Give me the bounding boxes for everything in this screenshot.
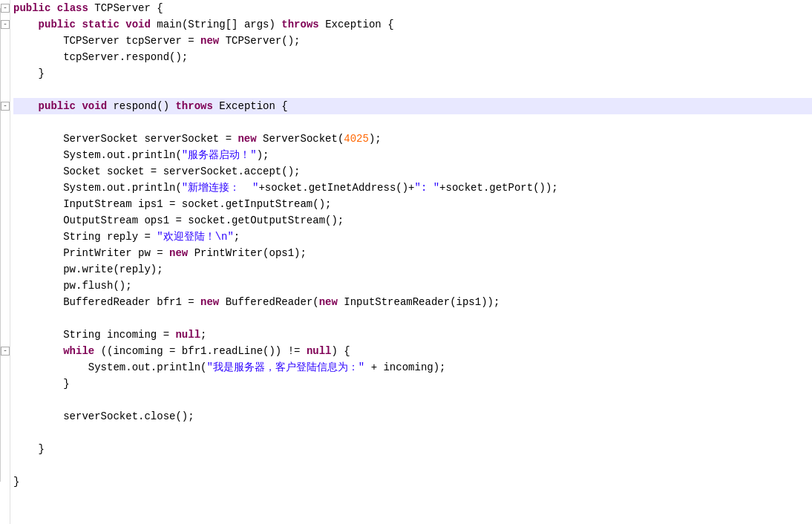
code-token xyxy=(76,98,82,114)
code-line: String reply = "欢迎登陆！\n"; xyxy=(13,229,812,245)
code-token: TCPServer tcpServer = xyxy=(13,33,200,49)
code-token: new xyxy=(319,294,338,310)
fold-marker[interactable]: - xyxy=(1,102,10,111)
code-token: throws xyxy=(281,16,318,33)
code-token: respond() xyxy=(107,98,175,114)
fold-marker[interactable]: - xyxy=(1,347,10,356)
code-token: ServerSocket( xyxy=(257,131,344,147)
code-editor: ---- public class TCPServer { public sta… xyxy=(0,0,812,524)
vertical-line xyxy=(0,351,1,384)
code-token: 4025 xyxy=(344,131,369,147)
code-token: TCPServer { xyxy=(88,0,163,16)
code-token: "新增连接： " xyxy=(182,180,259,196)
code-token: new xyxy=(200,33,219,49)
code-token: "我是服务器，客户登陆信息为：" xyxy=(206,359,364,376)
code-token: ) { xyxy=(332,343,350,359)
code-line: ServerSocket serverSocket = new ServerSo… xyxy=(13,131,812,147)
code-token: new xyxy=(238,131,256,147)
code-token: BufferedReader( xyxy=(219,294,318,310)
code-line: TCPServer tcpServer = new TCPServer(); xyxy=(13,33,812,49)
code-token: + incoming); xyxy=(364,359,445,376)
code-token: serverSocket.close(); xyxy=(13,408,194,425)
code-line: String incoming = null; xyxy=(13,327,812,343)
code-line: System.out.println("服务器启动！"); xyxy=(13,147,812,163)
code-token: String reply = xyxy=(13,229,157,245)
code-line: while ((incoming = bfr1.readLine()) != n… xyxy=(13,343,812,359)
code-line: pw.flush(); xyxy=(13,278,812,294)
code-token: while xyxy=(63,343,94,359)
code-line: public class TCPServer { xyxy=(13,0,812,16)
code-line: InputStream ips1 = socket.getInputStream… xyxy=(13,196,812,212)
code-content[interactable]: public class TCPServer { public static v… xyxy=(10,0,812,524)
code-line: PrintWriter pw = new PrintWriter(ops1); xyxy=(13,245,812,261)
code-token: ); xyxy=(369,131,382,147)
code-token: "欢迎登陆！\n" xyxy=(157,229,234,245)
code-token: new xyxy=(169,245,188,261)
code-line: Socket socket = serverSocket.accept(); xyxy=(13,163,812,180)
code-token: ; xyxy=(234,229,240,245)
fold-marker[interactable]: - xyxy=(1,4,10,13)
code-line: } xyxy=(13,441,812,457)
code-token: } xyxy=(13,376,70,392)
code-token: +socket.getPort()); xyxy=(439,180,558,196)
code-line xyxy=(13,425,812,441)
code-token: PrintWriter pw = xyxy=(13,245,169,261)
code-token: InputStreamReader(ips1)); xyxy=(338,294,500,310)
code-line: pw.write(reply); xyxy=(13,261,812,278)
code-token: System.out.println( xyxy=(13,359,206,376)
code-line: public static void main(String[] args) t… xyxy=(13,16,812,33)
code-token: new xyxy=(200,294,219,310)
code-token: +socket.getInetAddress()+ xyxy=(258,180,414,196)
code-token: public xyxy=(39,98,76,114)
code-token: class xyxy=(57,0,88,16)
code-line: } xyxy=(13,376,812,392)
code-token: OutputStream ops1 = socket.getOutputStre… xyxy=(13,212,344,229)
code-line: System.out.println("新增连接： "+socket.getIn… xyxy=(13,180,812,196)
code-line: serverSocket.close(); xyxy=(13,408,812,425)
code-token: tcpServer.respond(); xyxy=(13,49,188,65)
code-token: } xyxy=(13,65,45,82)
code-token: System.out.println( xyxy=(13,180,182,196)
code-line: tcpServer.respond(); xyxy=(13,49,812,65)
code-token xyxy=(13,16,39,33)
code-token: pw.flush(); xyxy=(13,278,132,294)
code-token: Exception { xyxy=(319,16,394,33)
code-line: } xyxy=(13,474,812,490)
code-token: InputStream ips1 = socket.getInputStream… xyxy=(13,196,331,212)
code-token: ServerSocket serverSocket = xyxy=(13,131,238,147)
vertical-line xyxy=(0,106,1,449)
code-line xyxy=(13,392,812,408)
code-token: ; xyxy=(200,327,206,343)
code-token xyxy=(13,343,63,359)
code-line xyxy=(13,82,812,98)
code-token: "服务器启动！" xyxy=(182,147,257,163)
code-token: ": " xyxy=(415,180,440,196)
code-line: OutputStream ops1 = socket.getOutputStre… xyxy=(13,212,812,229)
code-token: null xyxy=(307,343,332,359)
code-line xyxy=(13,457,812,474)
code-token: pw.write(reply); xyxy=(13,261,163,278)
code-token: Socket socket = serverSocket.accept(); xyxy=(13,163,300,180)
code-token: null xyxy=(175,327,200,343)
code-token: System.out.println( xyxy=(13,147,182,163)
code-line xyxy=(13,310,812,327)
code-token: public xyxy=(13,0,50,16)
code-token xyxy=(119,16,125,33)
code-token xyxy=(76,16,82,33)
code-line: public void respond() throws Exception { xyxy=(13,98,812,114)
gutter: ---- xyxy=(0,0,10,524)
code-line xyxy=(13,114,812,131)
code-line: } xyxy=(13,65,812,82)
code-token xyxy=(50,0,56,16)
code-token: void xyxy=(125,16,151,33)
vertical-line xyxy=(0,24,1,73)
code-token: BufferedReader bfr1 = xyxy=(13,294,200,310)
code-token: main(String[] args) xyxy=(151,16,281,33)
code-token: } xyxy=(13,474,19,490)
code-token: ); xyxy=(257,147,269,163)
fold-marker[interactable]: - xyxy=(1,20,10,29)
code-token: } xyxy=(13,441,45,457)
code-token: static xyxy=(82,16,119,33)
code-token: Exception { xyxy=(213,98,288,114)
code-token: ((incoming = bfr1.readLine()) != xyxy=(94,343,307,359)
